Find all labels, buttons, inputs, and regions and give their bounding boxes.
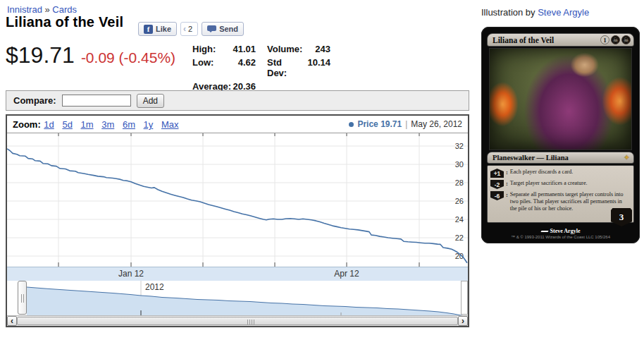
like-count: ‹ 2 [180, 22, 198, 36]
y-axis-label: 32 [455, 142, 464, 150]
ability-text: Each player discards a card. [510, 169, 574, 176]
current-price: $19.71 [6, 42, 75, 68]
count-pointer-icon: ‹ [183, 24, 186, 34]
legal-line: ™ & © 1993-2011 Wizards of the Coast LLC… [481, 235, 640, 239]
zoom-5d[interactable]: 5d [62, 119, 72, 130]
ability-text: Target player sacrifices a creature. [510, 180, 588, 187]
price-line [7, 149, 467, 263]
y-axis-label: 24 [455, 215, 464, 224]
price-series-svg: 32302826242220 [7, 133, 468, 267]
scrollbar-thumb[interactable] [17, 317, 458, 325]
y-axis-label: 28 [455, 178, 464, 187]
legend-date: May 26, 2012 [411, 119, 462, 129]
illustration-prefix: Illustration by [481, 7, 538, 18]
navigator[interactable]: 2012 [7, 281, 468, 315]
card-title-bar: Liliana of the Veil 1 ☠ ☠ [487, 33, 634, 47]
loyalty-minus-icon: -6 [490, 191, 504, 200]
page-title: Liliana of the Veil [6, 14, 123, 30]
brush-icon [540, 231, 548, 232]
facebook-plugin: f Like ‹ 2 Send [138, 22, 244, 36]
loyalty-badge: 3 [611, 208, 632, 226]
ability-row: +1 : Each player discards a card. [490, 169, 629, 178]
ability-row: -2 : Target player sacrifices a creature… [490, 180, 629, 189]
ability-text: Separate all permanents target player co… [510, 191, 629, 212]
stat-high-label: High: [192, 44, 229, 54]
stats-table: High: 41.01 Volume: 243 Low: 4.62 Std De… [192, 44, 330, 92]
x-axis-label: Jan 12 [110, 269, 152, 279]
chart-plot-area[interactable]: 32302826242220 [7, 133, 468, 267]
legend-series[interactable]: Price 19.71 [357, 119, 402, 129]
navigator-left-handle[interactable] [18, 281, 27, 315]
add-button[interactable]: Add [137, 94, 164, 108]
ability-row: -6 : Separate all permanents target play… [490, 191, 629, 212]
chart-scrollbar[interactable]: ‹ › [7, 315, 468, 326]
scrollbar-left-arrow[interactable]: ‹ [7, 316, 17, 326]
stat-stddev-value: 10.14 [304, 57, 330, 78]
stat-low-value: 4.62 [229, 57, 256, 78]
facebook-send-button[interactable]: Send [202, 22, 244, 36]
black-mana-icon: ☠ [621, 35, 631, 44]
breadcrumb: Innistrad » Cards [7, 4, 77, 15]
card-name: Liliana of the Veil [493, 36, 600, 44]
zoom-1d[interactable]: 1d [44, 119, 54, 130]
zoom-1m[interactable]: 1m [81, 119, 94, 130]
series-marker-icon [349, 122, 354, 127]
zoom-3m[interactable]: 3m [101, 119, 114, 130]
chart-legend: Price 19.71 | May 26, 2012 [349, 119, 462, 129]
like-label: Like [156, 25, 171, 33]
price-change: -0.09 (-0.45%) [81, 49, 175, 66]
artist-link[interactable]: Steve Argyle [538, 7, 589, 18]
compare-bar: Compare: Add [6, 90, 469, 111]
navigator-year-label: 2012 [145, 282, 164, 292]
facebook-like-button[interactable]: f Like [138, 22, 177, 36]
type-line-text: Planeswalker — Liliana [493, 154, 624, 162]
x-axis-label: Apr 12 [326, 269, 368, 279]
stat-low-label: Low: [192, 57, 229, 78]
loyalty-plus-icon: +1 [490, 169, 504, 178]
speech-bubble-icon [207, 25, 216, 32]
scrollbar-grip-icon [247, 320, 255, 324]
breadcrumb-cards-link[interactable]: Cards [52, 4, 77, 15]
y-axis-label: 30 [455, 160, 464, 169]
black-mana-icon: ☠ [611, 35, 620, 44]
compare-label: Compare: [13, 95, 56, 106]
legend-separator: | [405, 119, 407, 129]
navigator-series-svg [7, 281, 468, 315]
navigator-right-handle[interactable] [461, 281, 468, 315]
artist-credit: Steve Argyle [481, 228, 640, 234]
card-type-line: Planeswalker — Liliana ✦ [487, 152, 634, 164]
zoom-max[interactable]: Max [161, 119, 179, 130]
illustration-credit: Illustration by Steve Argyle [481, 7, 589, 18]
compare-input[interactable] [62, 95, 131, 107]
send-label: Send [219, 25, 238, 33]
stat-volume-value: 243 [304, 44, 330, 54]
y-axis-label: 26 [455, 197, 464, 205]
stat-high-value: 41.01 [229, 44, 256, 54]
loyalty-minus-icon: -2 [490, 180, 504, 189]
stat-volume-label: Volume: [267, 44, 304, 54]
innistrad-set-icon: ✦ [624, 153, 630, 162]
like-count-value: 2 [188, 25, 192, 33]
price-chart: Zoom: 1d 5d 1m 3m 6m 1y Max Price 19.71 … [6, 114, 469, 327]
stat-stddev-label: Std Dev: [267, 57, 304, 78]
scrollbar-right-arrow[interactable]: › [458, 316, 468, 326]
card-image: Liliana of the Veil 1 ☠ ☠ Planeswalker —… [481, 27, 640, 243]
y-axis-label: 22 [455, 233, 464, 242]
zoom-label: Zoom: [13, 119, 41, 130]
card-art [489, 48, 632, 150]
mana-cost: 1 ☠ ☠ [600, 35, 631, 44]
zoom-1y[interactable]: 1y [144, 119, 154, 130]
facebook-icon: f [144, 25, 153, 34]
breadcrumb-set-link[interactable]: Innistrad [7, 4, 42, 15]
price-block: $19.71 -0.09 (-0.45%) [6, 42, 175, 68]
breadcrumb-separator: » [45, 4, 50, 15]
chart-toolbar: Zoom: 1d 5d 1m 3m 6m 1y Max Price 19.71 … [7, 116, 468, 133]
zoom-6m[interactable]: 6m [123, 119, 135, 130]
generic-mana-icon: 1 [600, 35, 609, 44]
x-axis-band: Jan 12Apr 12 [7, 267, 468, 281]
zoom-range-selector: Zoom: 1d 5d 1m 3m 6m 1y Max [13, 119, 185, 130]
